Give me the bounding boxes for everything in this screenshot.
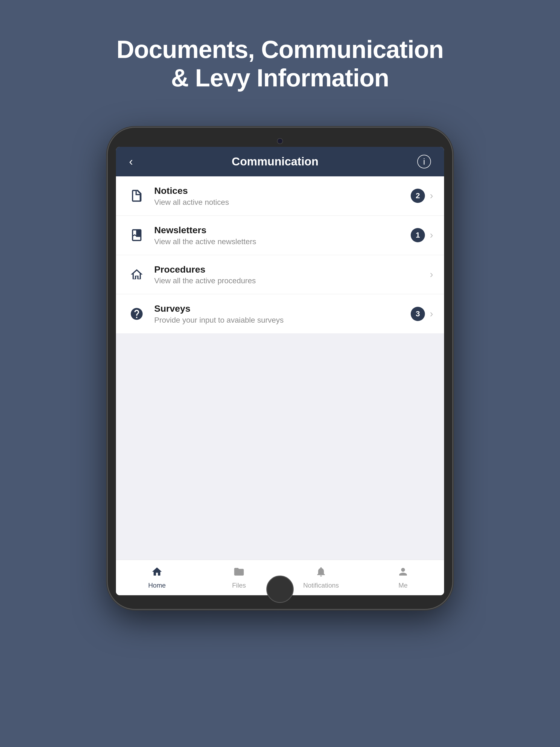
tablet-device: ‹ Communication i Notices View a bbox=[108, 128, 452, 609]
procedures-chevron: › bbox=[430, 269, 433, 280]
surveys-title: Surveys bbox=[154, 303, 411, 314]
menu-item-newsletters[interactable]: Newsletters View all the active newslett… bbox=[116, 216, 444, 255]
notices-subtitle: View all active notices bbox=[154, 198, 411, 207]
newsletters-text: Newsletters View all the active newslett… bbox=[154, 225, 411, 246]
me-icon bbox=[397, 566, 409, 579]
surveys-subtitle: Provide your input to avaiable surveys bbox=[154, 316, 411, 325]
notices-title: Notices bbox=[154, 185, 411, 196]
newsletters-chevron: › bbox=[430, 229, 433, 241]
tab-files-label: Files bbox=[232, 582, 246, 589]
surveys-text: Surveys Provide your input to avaiable s… bbox=[154, 303, 411, 325]
camera bbox=[277, 138, 283, 144]
info-button[interactable]: i bbox=[417, 155, 431, 169]
surveys-badge: 3 bbox=[411, 307, 425, 321]
newsletters-title: Newsletters bbox=[154, 225, 411, 236]
notices-right: 2 › bbox=[411, 189, 433, 203]
tab-notifications-label: Notifications bbox=[303, 582, 339, 589]
procedures-subtitle: View all the active procedures bbox=[154, 277, 430, 285]
tab-home[interactable]: Home bbox=[116, 566, 198, 589]
newsletters-icon bbox=[127, 225, 147, 245]
nav-title: Communication bbox=[232, 155, 318, 168]
tab-home-label: Home bbox=[148, 582, 166, 589]
menu-item-procedures[interactable]: Procedures View all the active procedure… bbox=[116, 255, 444, 294]
page-title: Documents, Communication & Levy Informat… bbox=[117, 35, 443, 92]
procedures-title: Procedures bbox=[154, 264, 430, 275]
notices-text: Notices View all active notices bbox=[154, 185, 411, 207]
surveys-chevron: › bbox=[430, 308, 433, 319]
nav-bar: ‹ Communication i bbox=[116, 147, 444, 176]
screen: ‹ Communication i Notices View a bbox=[116, 147, 444, 595]
home-button[interactable] bbox=[266, 575, 294, 603]
home-icon bbox=[151, 566, 163, 579]
tab-me-label: Me bbox=[399, 582, 407, 589]
notifications-icon bbox=[315, 566, 327, 579]
menu-item-notices[interactable]: Notices View all active notices 2 › bbox=[116, 176, 444, 216]
content-area: Notices View all active notices 2 › bbox=[116, 176, 444, 560]
newsletters-right: 1 › bbox=[411, 228, 433, 242]
procedures-right: › bbox=[430, 269, 433, 280]
tab-me[interactable]: Me bbox=[362, 566, 444, 589]
newsletters-subtitle: View all the active newsletters bbox=[154, 237, 411, 246]
procedures-text: Procedures View all the active procedure… bbox=[154, 264, 430, 285]
back-button[interactable]: ‹ bbox=[129, 156, 133, 168]
menu-item-surveys[interactable]: Surveys Provide your input to avaiable s… bbox=[116, 294, 444, 333]
files-icon bbox=[233, 566, 245, 579]
newsletters-badge: 1 bbox=[411, 228, 425, 242]
notices-chevron: › bbox=[430, 190, 433, 202]
surveys-icon bbox=[127, 304, 147, 324]
info-icon: i bbox=[423, 157, 425, 167]
notices-icon bbox=[127, 186, 147, 206]
procedures-icon bbox=[127, 265, 147, 284]
surveys-right: 3 › bbox=[411, 307, 433, 321]
notices-badge: 2 bbox=[411, 189, 425, 203]
menu-list: Notices View all active notices 2 › bbox=[116, 176, 444, 333]
